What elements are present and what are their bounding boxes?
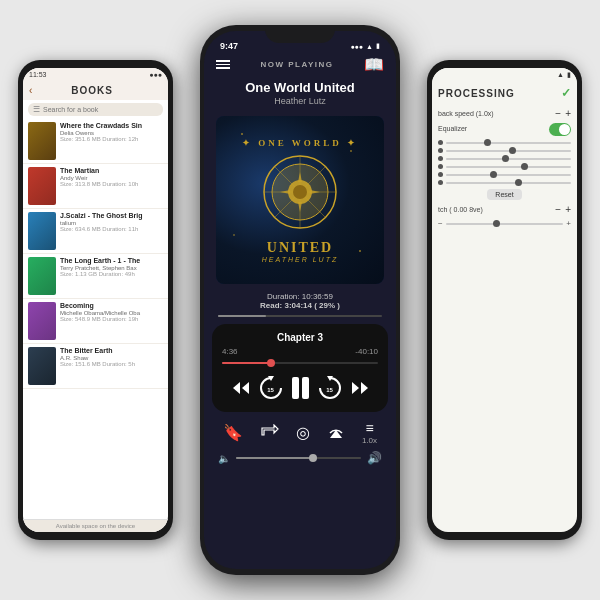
pause-icon bbox=[292, 377, 309, 399]
hamburger-line bbox=[216, 64, 230, 66]
book-cover-3 bbox=[28, 212, 56, 250]
battery-icon: ▮ bbox=[376, 42, 380, 50]
book-list: Where the Crawdads Sin Delia Owens Size:… bbox=[23, 119, 168, 519]
pause-button[interactable] bbox=[292, 377, 309, 399]
airplay-button[interactable] bbox=[328, 424, 344, 442]
pitch-plus-button[interactable]: + bbox=[565, 204, 571, 215]
now-playing-label: NOW PLAYING bbox=[260, 60, 333, 69]
phone-right-screen: ▲ ▮ PROCESSING ✓ back speed (1.0x) − + E… bbox=[432, 68, 577, 532]
book-cover-6 bbox=[28, 347, 56, 385]
eq-track[interactable] bbox=[446, 166, 571, 168]
prev-icon bbox=[232, 381, 250, 395]
duration-progress-bar[interactable] bbox=[218, 315, 382, 317]
check-icon: ✓ bbox=[561, 86, 571, 100]
bookmark-button[interactable]: 🔖 bbox=[223, 423, 243, 442]
eq-slider-4 bbox=[438, 164, 571, 169]
chapter-elapsed: 4:36 bbox=[222, 347, 238, 356]
album-art-overlay: ✦ ONE WORLD ✦ bbox=[216, 138, 384, 263]
eq-track[interactable] bbox=[446, 182, 571, 184]
search-bar[interactable]: ☰ bbox=[28, 103, 163, 116]
list-item[interactable]: The Martian Andy Weir Size: 313.8 MB Dur… bbox=[23, 164, 168, 209]
chapter-times: 4:36 -40:10 bbox=[222, 347, 378, 356]
list-item[interactable]: Becoming Michelle Obama/Michelle Oba Siz… bbox=[23, 299, 168, 344]
list-item[interactable]: J.Scalzi - The Ghost Brig talium Size: 6… bbox=[23, 209, 168, 254]
main-book-title: One World United bbox=[214, 80, 386, 95]
list-item[interactable]: The Long Earth - 1 - The Terry Pratchett… bbox=[23, 254, 168, 299]
playback-controls: 15 15 bbox=[222, 372, 378, 404]
book-cover-1 bbox=[28, 122, 56, 160]
book-icon[interactable]: 📖 bbox=[364, 55, 384, 74]
book-info-1: Where the Crawdads Sin Delia Owens Size:… bbox=[60, 122, 163, 142]
scene: 11:53 ●●● ‹ BOOKS ☰ Where the Crawdads S… bbox=[0, 0, 600, 600]
back-icon[interactable]: ‹ bbox=[29, 85, 32, 96]
eq-dot bbox=[438, 140, 443, 145]
volume-high-icon: 🔊 bbox=[367, 451, 382, 465]
hamburger-menu-button[interactable] bbox=[216, 60, 230, 69]
volume-slider[interactable] bbox=[236, 457, 361, 459]
reset-button[interactable]: Reset bbox=[487, 189, 521, 200]
left-title: BOOKS bbox=[71, 85, 113, 96]
left-footer: Available space on the device bbox=[23, 519, 168, 532]
book-title: The Martian bbox=[60, 167, 163, 175]
next-button[interactable] bbox=[351, 381, 369, 395]
book-title: The Long Earth - 1 - The bbox=[60, 257, 163, 265]
pitch-minus-button[interactable]: − bbox=[555, 204, 561, 215]
eq-track[interactable] bbox=[446, 150, 571, 152]
eq-thumb bbox=[490, 171, 497, 178]
equalizer-icon: ≡ bbox=[365, 420, 373, 436]
airplay-icon bbox=[328, 424, 344, 438]
skip-back-button[interactable]: 15 bbox=[257, 374, 285, 402]
chapter-remaining: -40:10 bbox=[355, 347, 378, 356]
right-title: PROCESSING bbox=[438, 88, 515, 99]
chapter-progress-bar[interactable] bbox=[222, 362, 378, 364]
equalizer-toggle[interactable] bbox=[549, 123, 571, 136]
speed-plus-button[interactable]: + bbox=[565, 108, 571, 119]
book-meta: Size: 634.6 MB Duration: 11h bbox=[60, 226, 163, 232]
eq-track[interactable] bbox=[446, 174, 571, 176]
book-info-6: The Bitter Earth A.R. Shaw Size: 151.6 M… bbox=[60, 347, 163, 367]
right-header: PROCESSING ✓ bbox=[432, 82, 577, 104]
speed-label: 1.0x bbox=[362, 436, 377, 445]
list-item[interactable]: The Bitter Earth A.R. Shaw Size: 151.6 M… bbox=[23, 344, 168, 389]
left-time: 11:53 bbox=[29, 71, 47, 78]
eq-slider-5 bbox=[438, 172, 571, 177]
wifi-icon: ▲ bbox=[366, 43, 373, 50]
brightness-button[interactable]: ◎ bbox=[296, 423, 310, 442]
search-input[interactable] bbox=[43, 106, 158, 113]
list-item[interactable]: Where the Crawdads Sin Delia Owens Size:… bbox=[23, 119, 168, 164]
eq-slider-2 bbox=[438, 148, 571, 153]
eq-track[interactable] bbox=[446, 142, 571, 144]
eq-thumb bbox=[515, 179, 522, 186]
book-cover-5 bbox=[28, 302, 56, 340]
repeat-button[interactable] bbox=[261, 424, 279, 442]
book-cover-4 bbox=[28, 257, 56, 295]
book-author: Heather Lutz bbox=[214, 96, 386, 106]
speed-minus-button[interactable]: − bbox=[555, 108, 561, 119]
bottom-controls: 🔖 ◎ ≡ 1.0x bbox=[204, 416, 396, 449]
eq-thumb bbox=[484, 139, 491, 146]
center-status-icons: ●●● ▲ ▮ bbox=[350, 42, 380, 50]
left-status-bar: 11:53 ●●● bbox=[23, 68, 168, 81]
center-header: NOW PLAYING 📖 bbox=[204, 53, 396, 76]
art-author-text: HEATHER LUTZ bbox=[216, 256, 384, 263]
eq-dot bbox=[438, 156, 443, 161]
skip-forward-button[interactable]: 15 bbox=[316, 374, 344, 402]
art-united-text: UNITED bbox=[216, 240, 384, 256]
duration-label: Duration: 10:36:59 bbox=[204, 292, 396, 301]
eq-track[interactable] bbox=[446, 158, 571, 160]
book-title-section: One World United Heather Lutz bbox=[204, 76, 396, 110]
eq-slider-1 bbox=[438, 140, 571, 145]
pitch-slider-track[interactable] bbox=[446, 223, 564, 225]
pitch-slider-thumb bbox=[493, 220, 500, 227]
svg-marker-12 bbox=[233, 382, 240, 394]
eq-dot bbox=[438, 164, 443, 169]
book-meta: Size: 351.6 MB Duration: 12h bbox=[60, 136, 163, 142]
speed-control[interactable]: ≡ 1.0x bbox=[362, 420, 377, 445]
book-meta: Size: 313.8 MB Duration: 10h bbox=[60, 181, 163, 187]
previous-button[interactable] bbox=[232, 381, 250, 395]
svg-marker-13 bbox=[242, 382, 249, 394]
volume-low-icon: 🔈 bbox=[218, 453, 230, 464]
art-top-text: ✦ ONE WORLD ✦ bbox=[216, 138, 384, 148]
album-art: ✦ ONE WORLD ✦ bbox=[216, 116, 384, 284]
read-label: Read: 3:04:14 ( 29% ) bbox=[204, 301, 396, 310]
